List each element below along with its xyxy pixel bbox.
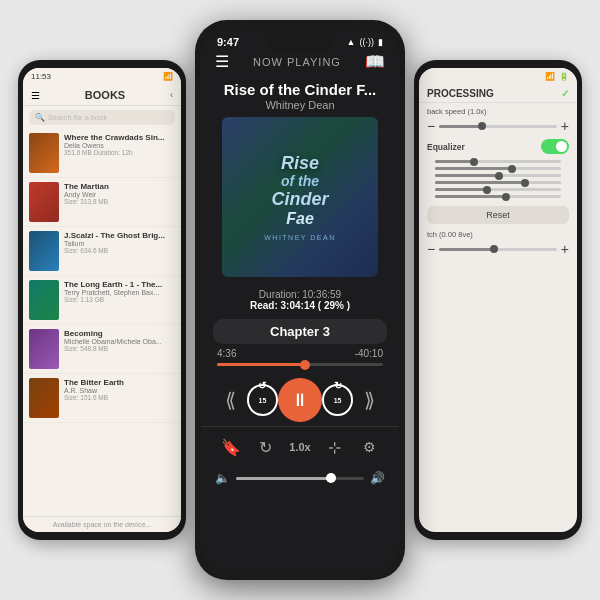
center-phone: 9:47 ▲ ((·)) ▮ ☰ NOW PLAYING 📖 Rise of t… <box>195 20 405 580</box>
book-author-1: Delia Owens <box>64 142 175 149</box>
progress-thumb <box>300 360 310 370</box>
book-title-6: The Bitter Earth <box>64 378 175 387</box>
eq-slider-1[interactable] <box>435 160 561 163</box>
wifi-icon: ((·)) <box>360 37 375 47</box>
center-book-author: Whitney Dean <box>201 98 399 117</box>
book-info-5: Becoming Michelle Obama/Michele Oba... S… <box>64 329 175 352</box>
eq-bands <box>419 156 577 202</box>
book-meta-2: Size: 313.8 MB <box>64 198 175 205</box>
book-cover-4 <box>29 280 59 320</box>
album-title-line2: of the <box>264 173 336 189</box>
book-item-4[interactable]: The Long Earth - 1 - The... Terry Pratch… <box>23 276 181 325</box>
search-placeholder: Search for a book <box>48 113 107 122</box>
eq-band-1 <box>427 158 569 165</box>
now-playing-label: NOW PLAYING <box>253 56 341 68</box>
battery-icon: ▮ <box>378 37 383 47</box>
book-item-1[interactable]: Where the Crawdads Sin... Delia Owens 35… <box>23 129 181 178</box>
right-header: PROCESSING ✓ <box>419 85 577 103</box>
book-item-5[interactable]: Becoming Michelle Obama/Michele Oba... S… <box>23 325 181 374</box>
playback-minus-btn[interactable]: − <box>427 119 435 133</box>
eq-band-2 <box>427 165 569 172</box>
album-title-line4: Fae <box>264 210 336 228</box>
center-phone-screen: 9:47 ▲ ((·)) ▮ ☰ NOW PLAYING 📖 Rise of t… <box>201 30 399 570</box>
back15-label: 15 <box>259 397 267 404</box>
notch <box>265 30 335 52</box>
left-search-bar[interactable]: 🔍 Search for a book <box>29 110 175 125</box>
book-title-4: The Long Earth - 1 - The... <box>64 280 175 289</box>
center-book-title: Rise of the Cinder F... <box>201 77 399 98</box>
book-item-2[interactable]: The Martian Andy Weir Size: 313.8 MB <box>23 178 181 227</box>
book-author-5: Michelle Obama/Michele Oba... <box>64 338 175 345</box>
book-item-3[interactable]: J.Scalzi - The Ghost Brig... Talium Size… <box>23 227 181 276</box>
book-title-2: The Martian <box>64 182 175 191</box>
equalizer-label: Equalizer <box>427 142 465 152</box>
left-back-icon[interactable]: ‹ <box>170 90 173 100</box>
pitch-slider[interactable] <box>439 248 557 251</box>
right-battery-icon: 🔋 <box>559 72 569 81</box>
left-time: 11:53 <box>31 72 51 81</box>
play-pause-button[interactable]: ⏸ <box>278 378 321 422</box>
bottom-controls: 🔖 ↻ 1.0x ⊹ ⚙ <box>201 426 399 467</box>
eq-slider-6[interactable] <box>435 195 561 198</box>
pitch-plus-btn[interactable]: + <box>561 241 569 257</box>
eq-slider-5[interactable] <box>435 188 561 191</box>
eq-slider-2[interactable] <box>435 167 561 170</box>
right-wifi-icon: 📶 <box>545 72 555 81</box>
eq-band-5 <box>427 186 569 193</box>
playback-speed-label: back speed (1.0x) <box>427 107 569 116</box>
volume-slider[interactable] <box>236 477 364 480</box>
bookmark-icon: 🔖 <box>221 438 241 457</box>
rewind-button[interactable]: ⟪ <box>215 384 247 416</box>
eq-band-6 <box>427 193 569 200</box>
speed-button[interactable]: 1.0x <box>286 433 314 461</box>
book-title-5: Becoming <box>64 329 175 338</box>
airplay-icon: ⊹ <box>328 438 341 457</box>
hamburger-icon[interactable]: ☰ <box>215 52 229 71</box>
eq-slider-3[interactable] <box>435 174 561 177</box>
book-item-6[interactable]: The Bitter Earth A.R. Shaw Size: 151.6 M… <box>23 374 181 423</box>
chapter-label: Chapter 3 <box>213 319 387 344</box>
back15-button[interactable]: 15 ↺ <box>247 384 279 416</box>
eq-icon: ⚙ <box>363 439 376 455</box>
equalizer-toggle[interactable] <box>541 139 569 154</box>
time-elapsed: 4:36 <box>217 348 236 359</box>
eq-slider-4[interactable] <box>435 181 561 184</box>
book-list: Where the Crawdads Sin... Delia Owens 35… <box>23 129 181 423</box>
book-info-6: The Bitter Earth A.R. Shaw Size: 151.6 M… <box>64 378 175 401</box>
right-status-bar: 📶 🔋 <box>419 68 577 85</box>
pitch-label: tch (0.00 8ve) <box>427 230 569 239</box>
repeat-button[interactable]: ↻ <box>252 433 280 461</box>
book-icon[interactable]: 📖 <box>365 52 385 71</box>
forward15-arrow: ↻ <box>334 380 342 391</box>
right-header-check: ✓ <box>561 88 569 99</box>
equalizer-row: Equalizer <box>419 137 577 156</box>
volume-fill <box>236 477 328 480</box>
reset-button[interactable]: Reset <box>427 206 569 224</box>
left-menu-icon[interactable]: ☰ <box>31 90 40 101</box>
book-info-2: The Martian Andy Weir Size: 313.8 MB <box>64 182 175 205</box>
volume-low-icon: 🔈 <box>215 471 230 485</box>
scene: 11:53 📶 ☰ BOOKS ‹ 🔍 Search for a book Wh… <box>0 0 600 600</box>
playback-speed-slider[interactable] <box>439 125 557 128</box>
book-author-6: A.R. Shaw <box>64 387 175 394</box>
volume-high-icon: 🔊 <box>370 471 385 485</box>
book-cover-5 <box>29 329 59 369</box>
airplay-button[interactable]: ⊹ <box>321 433 349 461</box>
playback-plus-btn[interactable]: + <box>561 119 569 133</box>
equalizer-button[interactable]: ⚙ <box>355 433 383 461</box>
progress-bar[interactable] <box>217 363 383 366</box>
left-status-bar: 11:53 📶 <box>23 68 181 85</box>
album-title-line3: Cinder <box>264 189 336 210</box>
fast-forward-button[interactable]: ⟫ <box>353 384 385 416</box>
left-bottom-bar: Available space on the device... <box>23 516 181 532</box>
book-info-1: Where the Crawdads Sin... Delia Owens 35… <box>64 133 175 156</box>
pitch-minus-btn[interactable]: − <box>427 241 435 257</box>
bookmark-button[interactable]: 🔖 <box>217 433 245 461</box>
left-header: ☰ BOOKS ‹ <box>23 85 181 106</box>
forward15-button[interactable]: 15 ↻ <box>322 384 354 416</box>
volume-thumb <box>326 473 336 483</box>
left-phone: 11:53 📶 ☰ BOOKS ‹ 🔍 Search for a book Wh… <box>18 60 186 540</box>
center-status-icons: ▲ ((·)) ▮ <box>347 37 383 47</box>
book-cover-2 <box>29 182 59 222</box>
book-cover-1 <box>29 133 59 173</box>
